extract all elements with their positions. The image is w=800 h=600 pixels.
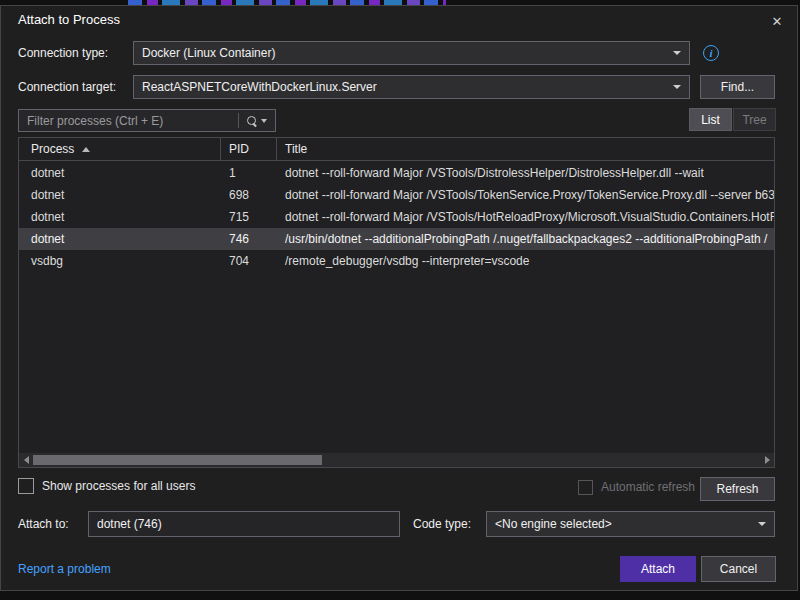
process-table: Process PID Title dotnet 1 dotnet --roll… — [18, 137, 775, 468]
code-type-select[interactable]: <No engine selected> — [486, 511, 775, 537]
connection-type-label: Connection type: — [18, 41, 108, 65]
title-cell: dotnet --roll-forward Major /VSTools/Dis… — [277, 166, 774, 180]
pid-cell: 698 — [221, 188, 277, 202]
connection-type-select[interactable]: Docker (Linux Container) — [133, 41, 690, 65]
title-cell: dotnet --roll-forward Major /VSTools/Hot… — [277, 210, 774, 224]
chevron-down-icon — [261, 119, 267, 123]
find-button-label: Find... — [721, 80, 754, 94]
table-row[interactable]: dotnet 698 dotnet --roll-forward Major /… — [19, 184, 774, 206]
show-all-users-label: Show processes for all users — [42, 478, 195, 495]
table-row[interactable]: dotnet 746 /usr/bin/dotnet --additionalP… — [19, 228, 774, 250]
close-icon: ✕ — [772, 14, 783, 29]
process-cell: dotnet — [19, 188, 221, 202]
scroll-left-arrow-icon — [24, 456, 29, 464]
attach-to-label: Attach to: — [18, 511, 69, 537]
filter-box — [18, 109, 276, 132]
automatic-refresh-checkbox — [578, 480, 593, 495]
automatic-refresh-label: Automatic refresh — [601, 479, 695, 496]
chevron-down-icon — [673, 51, 681, 55]
scroll-right-arrow-icon — [765, 456, 770, 464]
attach-button-label: Attach — [641, 562, 675, 576]
search-icon — [247, 116, 256, 125]
cancel-button-label: Cancel — [720, 562, 757, 576]
attach-to-input[interactable] — [88, 511, 400, 537]
connection-type-value: Docker (Linux Container) — [142, 46, 275, 60]
list-view-button[interactable]: List — [689, 108, 732, 131]
chevron-down-icon — [673, 85, 681, 89]
pid-cell: 746 — [221, 232, 277, 246]
attach-button[interactable]: Attach — [620, 556, 696, 582]
title-cell: /usr/bin/dotnet --additionalProbingPath … — [277, 232, 774, 246]
column-header-title-label: Title — [285, 142, 307, 156]
scrollbar-thumb[interactable] — [33, 455, 322, 465]
horizontal-scrollbar[interactable] — [19, 453, 774, 467]
code-type-label: Code type: — [413, 511, 471, 537]
filter-input[interactable] — [19, 114, 238, 128]
tree-view-button[interactable]: Tree — [733, 108, 776, 131]
scrollbar-track[interactable] — [33, 453, 760, 467]
search-options-button[interactable] — [239, 110, 275, 131]
list-view-label: List — [701, 113, 720, 127]
pid-cell: 704 — [221, 254, 277, 268]
refresh-button[interactable]: Refresh — [700, 477, 775, 501]
report-a-problem-link[interactable]: Report a problem — [18, 556, 111, 582]
sort-ascending-icon — [82, 147, 90, 152]
refresh-button-label: Refresh — [716, 482, 758, 496]
pid-cell: 1 — [221, 166, 277, 180]
connection-target-select[interactable]: ReactASPNETCoreWithDockerLinux.Server — [133, 75, 690, 99]
column-header-process[interactable]: Process — [19, 138, 221, 160]
show-all-users-checkbox[interactable] — [18, 478, 34, 494]
table-row[interactable]: dotnet 1 dotnet --roll-forward Major /VS… — [19, 162, 774, 184]
chevron-down-icon — [758, 522, 766, 526]
column-header-pid-label: PID — [229, 142, 249, 156]
column-header-title[interactable]: Title — [277, 138, 774, 160]
scroll-left-button[interactable] — [19, 453, 33, 467]
scroll-right-button[interactable] — [760, 453, 774, 467]
process-cell: dotnet — [19, 166, 221, 180]
code-type-value: <No engine selected> — [495, 517, 612, 531]
process-cell: dotnet — [19, 210, 221, 224]
title-cell: dotnet --roll-forward Major /VSTools/Tok… — [277, 188, 774, 202]
table-row[interactable]: vsdbg 704 /remote_debugger/vsdbg --inter… — [19, 250, 774, 272]
process-cell: dotnet — [19, 232, 221, 246]
title-cell: /remote_debugger/vsdbg --interpreter=vsc… — [277, 254, 774, 268]
table-row[interactable]: dotnet 715 dotnet --roll-forward Major /… — [19, 206, 774, 228]
process-table-header: Process PID Title — [19, 138, 774, 161]
info-icon[interactable]: i — [703, 45, 719, 61]
process-table-body: dotnet 1 dotnet --roll-forward Major /VS… — [19, 162, 774, 452]
find-button[interactable]: Find... — [700, 75, 775, 99]
close-button[interactable]: ✕ — [763, 8, 791, 34]
connection-target-value: ReactASPNETCoreWithDockerLinux.Server — [142, 80, 377, 94]
column-header-pid[interactable]: PID — [221, 138, 277, 160]
cancel-button[interactable]: Cancel — [701, 556, 776, 582]
column-header-process-label: Process — [31, 142, 74, 156]
dialog-title: Attach to Process — [18, 10, 120, 30]
tree-view-label: Tree — [742, 113, 766, 127]
process-cell: vsdbg — [19, 254, 221, 268]
connection-target-label: Connection target: — [18, 75, 116, 99]
pid-cell: 715 — [221, 210, 277, 224]
